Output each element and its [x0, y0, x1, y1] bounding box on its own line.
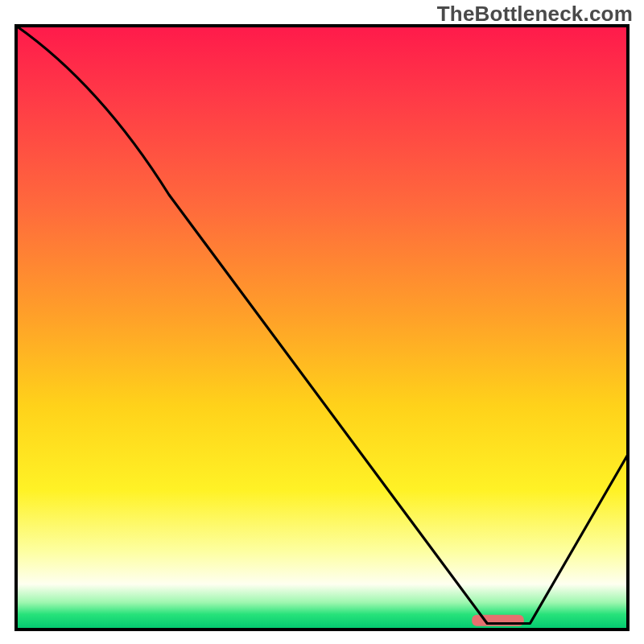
watermark-text: TheBottleneck.com	[437, 2, 633, 27]
bottleneck-chart	[0, 0, 644, 644]
plot-background	[16, 26, 628, 630]
chart-container: TheBottleneck.com	[0, 0, 644, 644]
